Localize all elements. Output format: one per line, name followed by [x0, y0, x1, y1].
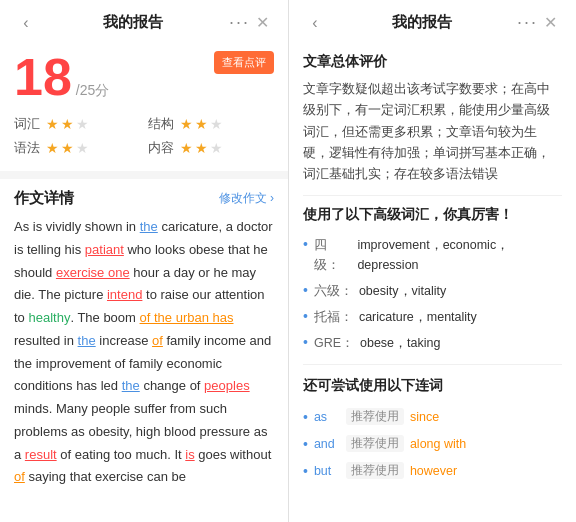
- back-icon-left[interactable]: ‹: [14, 14, 38, 32]
- vocab-level-0: 四级：: [314, 235, 351, 275]
- essay-body: As is vividly shown in the caricature, a…: [14, 216, 274, 489]
- overall-title: 文章总体评价: [303, 53, 562, 71]
- word-the: the: [140, 219, 158, 234]
- structure-stars: ★ ★ ★: [180, 116, 223, 132]
- vocab-title: 使用了以下高级词汇，你真厉害！: [303, 206, 562, 224]
- left-panel: ‹ 我的报告 ··· ✕ 查看点评 18 /25分 词汇 ★ ★ ★ 结构 ★: [0, 0, 288, 522]
- structure-label: 结构: [148, 115, 174, 133]
- suggest-word-2: but: [314, 464, 340, 478]
- star-2: ★: [195, 140, 208, 156]
- star-1: ★: [180, 116, 193, 132]
- star-1: ★: [180, 140, 193, 156]
- grammar-label: 语法: [14, 139, 40, 157]
- word-patient: patiant: [85, 242, 124, 257]
- essay-title: 作文详情: [14, 189, 74, 208]
- suggest-word-1: and: [314, 437, 340, 451]
- close-icon-left[interactable]: ✕: [250, 13, 274, 32]
- vocab-list: 四级： improvement，economic，depression 六级： …: [303, 232, 562, 356]
- suggest-word-0: as: [314, 410, 340, 424]
- vocab-item-0: 四级： improvement，economic，depression: [303, 232, 562, 278]
- suggest-item-0: as 推荐使用 since: [303, 403, 562, 430]
- content-stars: ★ ★ ★: [180, 140, 223, 156]
- grammar-stars: ★ ★ ★: [46, 140, 89, 156]
- left-title: 我的报告: [38, 13, 229, 32]
- suggest-title: 还可尝试使用以下连词: [303, 377, 562, 395]
- suggest-tag-0: 推荐使用: [346, 408, 404, 425]
- essay-header: 作文详情 修改作文 ›: [14, 189, 274, 208]
- suggest-replace-1: along with: [410, 437, 466, 451]
- edit-link[interactable]: 修改作文 ›: [219, 190, 274, 207]
- score-grid: 词汇 ★ ★ ★ 结构 ★ ★ ★ 语法 ★ ★: [14, 115, 274, 157]
- word-intend: intend: [107, 287, 142, 302]
- overall-text: 文章字数疑似超出该考试字数要求；在高中级别下，有一定词汇积累，能使用少量高级词汇…: [303, 79, 562, 185]
- suggest-item-2: but 推荐使用 however: [303, 457, 562, 484]
- back-icon-right[interactable]: ‹: [303, 14, 327, 32]
- word-exercise-one: exercise one: [56, 265, 130, 280]
- score-total: /25分: [76, 82, 109, 100]
- suggest-replace-0: since: [410, 410, 439, 424]
- right-header: ‹ 我的报告 ··· ✕: [289, 0, 576, 41]
- right-panel: ‹ 我的报告 ··· ✕ 文章总体评价 文章字数疑似超出该考试字数要求；在高中级…: [288, 0, 576, 522]
- divider-left: [0, 171, 288, 179]
- vocab-level-1: 六级：: [314, 281, 353, 301]
- word-of: of: [152, 333, 163, 348]
- score-number: 18: [14, 51, 72, 103]
- review-button[interactable]: 查看点评: [214, 51, 274, 74]
- left-header: ‹ 我的报告 ··· ✕: [0, 0, 288, 41]
- star-2: ★: [195, 116, 208, 132]
- suggest-tag-2: 推荐使用: [346, 462, 404, 479]
- word-of-the-urban-has: of the urban has: [140, 310, 234, 325]
- content-label: 内容: [148, 139, 174, 157]
- vocab-words-0: improvement，economic，depression: [357, 235, 562, 275]
- essay-section: 作文详情 修改作文 › As is vividly shown in the c…: [0, 179, 288, 522]
- word-result: result: [25, 447, 57, 462]
- suggest-replace-2: however: [410, 464, 457, 478]
- star-3: ★: [76, 140, 89, 156]
- score-vocab: 词汇 ★ ★ ★: [14, 115, 140, 133]
- star-1: ★: [46, 140, 59, 156]
- vocab-item-3: GRE： obese，taking: [303, 330, 562, 356]
- star-1: ★: [46, 116, 59, 132]
- suggest-list: as 推荐使用 since and 推荐使用 along with but 推荐…: [303, 403, 562, 484]
- star-2: ★: [61, 140, 74, 156]
- divider-2: [303, 364, 562, 365]
- score-structure: 结构 ★ ★ ★: [148, 115, 274, 133]
- vocab-level-2: 托福：: [314, 307, 353, 327]
- vocab-words-2: caricature，mentality: [359, 307, 477, 327]
- right-content: 文章总体评价 文章字数疑似超出该考试字数要求；在高中级别下，有一定词汇积累，能使…: [289, 41, 576, 522]
- dots-icon-right[interactable]: ···: [517, 12, 538, 33]
- word-the2: the: [78, 333, 96, 348]
- vocab-words-3: obese，taking: [360, 333, 440, 353]
- word-of2: of: [14, 469, 25, 484]
- star-2: ★: [61, 116, 74, 132]
- suggest-tag-1: 推荐使用: [346, 435, 404, 452]
- star-3: ★: [76, 116, 89, 132]
- star-3: ★: [210, 116, 223, 132]
- word-peoples: peoples: [204, 378, 250, 393]
- vocab-words-1: obesity，vitality: [359, 281, 446, 301]
- vocab-item-1: 六级： obesity，vitality: [303, 278, 562, 304]
- dots-icon-left[interactable]: ···: [229, 12, 250, 33]
- vocab-item-2: 托福： caricature，mentality: [303, 304, 562, 330]
- score-section: 查看点评 18 /25分 词汇 ★ ★ ★ 结构 ★ ★ ★: [0, 41, 288, 171]
- score-grammar: 语法 ★ ★ ★: [14, 139, 140, 157]
- word-is: is: [185, 447, 194, 462]
- vocab-stars: ★ ★ ★: [46, 116, 89, 132]
- star-3: ★: [210, 140, 223, 156]
- suggest-item-1: and 推荐使用 along with: [303, 430, 562, 457]
- score-content: 内容 ★ ★ ★: [148, 139, 274, 157]
- close-icon-right[interactable]: ✕: [538, 13, 562, 32]
- vocab-level-3: GRE：: [314, 333, 354, 353]
- right-title: 我的报告: [327, 13, 517, 32]
- word-the3: the: [122, 378, 140, 393]
- word-healthy: healthy: [28, 310, 70, 325]
- vocab-label: 词汇: [14, 115, 40, 133]
- divider-1: [303, 195, 562, 196]
